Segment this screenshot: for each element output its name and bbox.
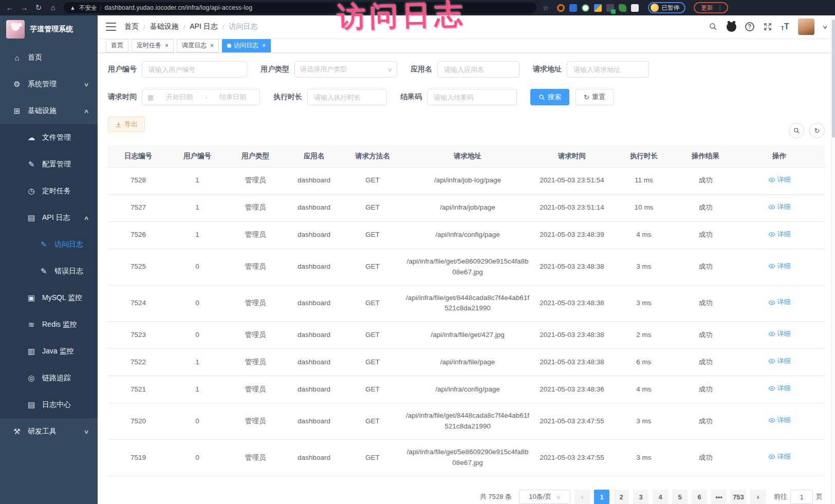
result-code-input[interactable]: [427, 89, 517, 105]
reset-button[interactable]: ↻ 重置: [576, 89, 614, 105]
search-icon[interactable]: [709, 22, 718, 31]
browser-update-button[interactable]: 更新 ⋮: [694, 2, 728, 13]
app-logo[interactable]: 芋道管理系统: [0, 15, 98, 43]
extension-icon[interactable]: [594, 4, 602, 12]
sidebar-item-log-center[interactable]: ▤日志中心: [0, 391, 98, 418]
browser-profile-button[interactable]: 已暂停: [648, 2, 686, 13]
page-button-1[interactable]: 1: [594, 490, 609, 504]
browser-back-icon[interactable]: ←: [4, 0, 15, 15]
app-name-label: 应用名: [411, 65, 432, 74]
user-avatar[interactable]: [798, 18, 814, 35]
sidebar-item-redis-monitor[interactable]: ≋Redis 监控: [0, 311, 98, 338]
page-button-2[interactable]: 2: [614, 490, 629, 504]
sidebar-item-java-monitor[interactable]: ▥Java 监控: [0, 338, 98, 365]
cell-request-url: /api/infra/job/page: [402, 194, 533, 221]
cloud-upload-icon: ☁: [26, 133, 37, 142]
page-button-6[interactable]: 6: [692, 490, 707, 504]
detail-link[interactable]: 详细: [768, 452, 791, 462]
tab-调度日志[interactable]: 调度日志×: [177, 39, 219, 52]
header-actions: ? TT ∨: [709, 18, 827, 35]
java-icon: ▥: [26, 347, 37, 356]
tab-定时任务[interactable]: 定时任务×: [132, 39, 174, 52]
tab-访问日志[interactable]: 访问日志×: [222, 39, 271, 52]
sidebar-item-trace[interactable]: ◎链路追踪: [0, 365, 98, 391]
request-url-input[interactable]: [567, 61, 649, 78]
cell-duration: 11 ms: [610, 167, 677, 194]
sidebar-item-api-log[interactable]: ▤API 日志∧: [0, 204, 98, 231]
detail-link[interactable]: 详细: [768, 329, 791, 339]
extension-icon[interactable]: [569, 4, 577, 12]
detail-link[interactable]: 详细: [768, 356, 791, 366]
breadcrumb-item[interactable]: 基础设施: [150, 22, 179, 31]
help-icon[interactable]: ?: [745, 22, 754, 31]
page-button-3[interactable]: 3: [633, 490, 648, 504]
tool-icon: ⚒: [11, 427, 23, 436]
sidebar-item-scheduled-jobs[interactable]: ◷定时任务: [0, 178, 98, 204]
detail-link[interactable]: 详细: [768, 383, 791, 394]
page-scrollbar[interactable]: [831, 15, 835, 504]
clock-icon: ◷: [26, 186, 37, 196]
toggle-search-button[interactable]: [789, 123, 804, 138]
browser-reload-icon[interactable]: ↻: [33, 0, 44, 15]
fullscreen-icon[interactable]: [763, 22, 772, 31]
github-icon[interactable]: [727, 22, 736, 32]
sidebar-item-file-manage[interactable]: ☁文件管理: [0, 124, 98, 151]
sidebar-item-dev-tools[interactable]: ⚒研发工具∨: [0, 418, 98, 445]
prev-page-button[interactable]: ‹: [574, 490, 590, 504]
extensions-puzzle-icon[interactable]: [631, 4, 639, 12]
breadcrumb-item: 访问日志: [229, 22, 257, 31]
breadcrumb-item[interactable]: 首页: [124, 22, 139, 31]
close-icon[interactable]: ×: [165, 42, 169, 49]
detail-link[interactable]: 详细: [768, 297, 791, 307]
app-name-input[interactable]: [437, 61, 519, 78]
export-button[interactable]: 导出: [108, 117, 145, 132]
browser-home-icon[interactable]: ⌂: [47, 0, 59, 15]
breadcrumb-item[interactable]: API 日志: [190, 22, 217, 31]
font-size-icon[interactable]: TT: [781, 22, 789, 31]
search-button[interactable]: 搜索: [530, 89, 569, 105]
chevron-down-icon: ∨: [83, 428, 89, 435]
sidebar-item-api-access-log[interactable]: ✎访问日志: [0, 231, 98, 258]
sidebar-item-mysql-monitor[interactable]: ▣MySQL 监控: [0, 285, 98, 311]
next-page-button[interactable]: ›: [750, 490, 766, 504]
refresh-table-button[interactable]: ↻: [809, 123, 825, 138]
sidebar-item-home[interactable]: ⌂首页: [0, 44, 98, 71]
goto-page-input[interactable]: [790, 490, 813, 504]
detail-link[interactable]: 详细: [768, 415, 791, 425]
hamburger-icon[interactable]: [106, 23, 116, 31]
detail-link[interactable]: 详细: [768, 229, 791, 239]
browser-menu-icon[interactable]: ⋮: [717, 4, 723, 11]
doc-edit-icon: ✎: [38, 240, 49, 249]
detail-link[interactable]: 详细: [768, 202, 791, 212]
close-icon[interactable]: ×: [262, 42, 266, 49]
browser-forward-icon[interactable]: →: [18, 0, 30, 15]
chevron-down-icon[interactable]: ∨: [822, 24, 828, 30]
close-icon[interactable]: ×: [210, 42, 214, 49]
sidebar-item-infrastructure[interactable]: ⊞基础设施∧: [0, 98, 98, 124]
user-type-select[interactable]: 请选择用户类型 ∨: [294, 61, 397, 78]
date-range-picker[interactable]: ▦ 开始日期 - 结束日期: [142, 89, 260, 105]
page-button-5[interactable]: 5: [672, 490, 688, 504]
more-pages-button[interactable]: •••: [711, 490, 727, 504]
scrollbar-thumb[interactable]: [832, 20, 835, 138]
sidebar-item-label: Redis 监控: [42, 320, 77, 329]
duration-input[interactable]: [307, 89, 387, 105]
extension-icon[interactable]: [582, 4, 589, 12]
result-code-label: 结果码: [400, 92, 422, 102]
extension-icon[interactable]: [619, 4, 626, 12]
cell-log-id: 7522: [108, 349, 169, 376]
page-size-select[interactable]: 10条/页 ∨: [519, 490, 570, 504]
extension-icon[interactable]: [557, 4, 565, 12]
page-button-4[interactable]: 4: [653, 490, 668, 504]
detail-link[interactable]: 详细: [768, 261, 791, 271]
address-bar[interactable]: ▲ 不安全 dashboard.yudao.iocoder.cn/infra/l…: [64, 2, 536, 13]
page-button-753[interactable]: 753: [731, 490, 746, 504]
detail-link[interactable]: 详细: [768, 175, 791, 185]
sidebar-item-api-error-log[interactable]: ✎错误日志: [0, 258, 98, 285]
sidebar-item-config-manage[interactable]: ✎配置管理: [0, 151, 98, 178]
sidebar-item-system-admin[interactable]: ⚙系统管理∨: [0, 71, 98, 98]
extension-icon[interactable]: [606, 4, 614, 12]
tab-首页[interactable]: 首页: [106, 39, 128, 52]
user-id-input[interactable]: [142, 61, 247, 78]
bookmark-star-icon[interactable]: ☆: [543, 4, 549, 12]
